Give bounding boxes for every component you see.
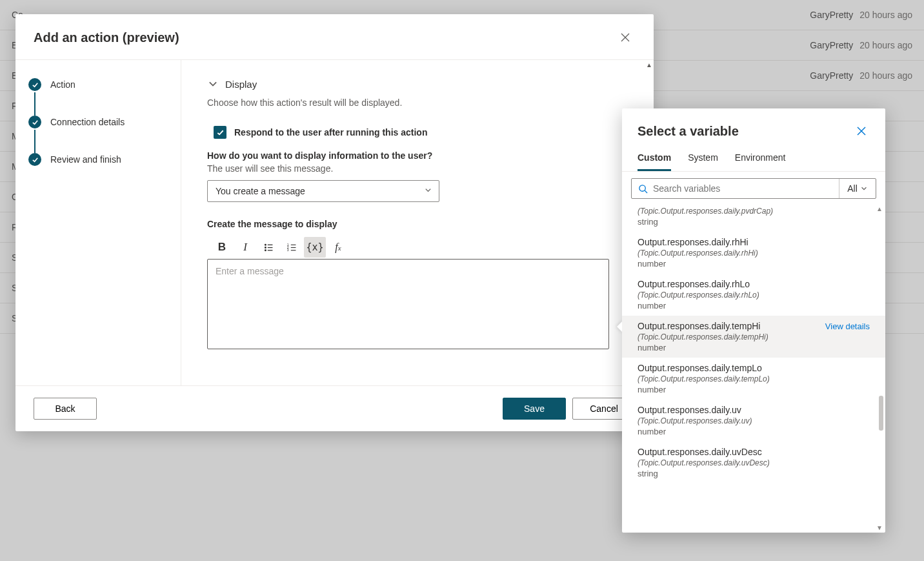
respond-checkbox[interactable]: [214, 126, 226, 139]
variable-tabs: Custom System Environment: [622, 148, 885, 172]
view-details-link[interactable]: View details: [825, 321, 870, 331]
display-mode-select[interactable]: You create a message: [207, 180, 439, 202]
svg-text:3: 3: [286, 248, 288, 252]
step-action[interactable]: Action: [28, 78, 168, 116]
scroll-up-icon[interactable]: ▲: [646, 61, 652, 68]
editor-toolbar: B I 123 {x} fx: [207, 237, 628, 258]
step-label: Connection details: [50, 117, 125, 127]
variable-item[interactable]: Output.responses.daily.uvDesc(Topic.Outp…: [622, 442, 885, 484]
section-toggle-display[interactable]: Display: [207, 78, 628, 90]
section-title: Display: [225, 79, 257, 90]
message-editor[interactable]: Enter a message: [207, 259, 609, 349]
tab-custom[interactable]: Custom: [638, 148, 671, 171]
wizard-steps: Action Connection details Review and fin…: [15, 60, 181, 385]
variable-item[interactable]: Output.responses.daily.tempHiView detail…: [622, 316, 885, 358]
scroll-down-icon[interactable]: ▼: [876, 524, 883, 531]
search-icon: [638, 184, 648, 194]
close-icon[interactable]: [615, 27, 636, 48]
display-question-label: How do you want to display information t…: [207, 150, 628, 161]
variable-path: (Topic.Output.responses.daily.rhHi): [638, 249, 870, 258]
variable-path: (Topic.Output.responses.daily.tempLo): [638, 374, 870, 383]
variable-list[interactable]: ▲ ▼ (Topic.Output.responses.daily.pvdrCa…: [622, 205, 885, 533]
bullet-list-button[interactable]: [257, 237, 279, 258]
chevron-down-icon: [860, 185, 868, 192]
variable-filter-dropdown[interactable]: All: [839, 179, 876, 198]
italic-button[interactable]: I: [234, 237, 256, 258]
scroll-up-icon[interactable]: ▲: [876, 205, 883, 212]
variable-type: string: [638, 217, 870, 227]
section-description: Choose how this action's result will be …: [207, 97, 628, 108]
formula-button[interactable]: fx: [327, 237, 349, 258]
variable-path: (Topic.Output.responses.daily.uvDesc): [638, 458, 870, 467]
variable-type: number: [638, 301, 870, 311]
check-icon: [28, 153, 41, 166]
check-icon: [28, 116, 41, 128]
variable-path: (Topic.Output.responses.daily.tempHi): [638, 332, 870, 342]
variable-item[interactable]: (Topic.Output.responses.daily.pvdrCap)st…: [622, 207, 885, 232]
save-button[interactable]: Save: [503, 398, 566, 420]
variable-search-input[interactable]: [632, 179, 839, 198]
back-button[interactable]: Back: [34, 398, 97, 420]
variable-panel-title: Select a variable: [638, 124, 739, 139]
variable-search-field[interactable]: [653, 183, 832, 194]
svg-point-4: [265, 247, 266, 248]
select-value: You create a message: [216, 186, 305, 196]
variable-name: Output.responses.daily.rhLo: [638, 279, 750, 289]
editor-placeholder: Enter a message: [216, 266, 284, 276]
step-connection-details[interactable]: Connection details: [28, 116, 168, 153]
scrollbar-thumb[interactable]: [879, 396, 883, 431]
respond-checkbox-label: Respond to the user after running this a…: [234, 127, 427, 138]
svg-line-17: [645, 190, 647, 193]
create-message-label: Create the message to display: [207, 219, 628, 229]
variable-name: Output.responses.daily.rhHi: [638, 237, 748, 247]
modal-title: Add an action (preview): [34, 30, 179, 45]
step-review-finish[interactable]: Review and finish: [28, 153, 168, 166]
bold-button[interactable]: B: [211, 237, 233, 258]
filter-label: All: [847, 183, 858, 194]
variable-item[interactable]: Output.responses.daily.rhLo(Topic.Output…: [622, 274, 885, 316]
select-variable-flyout: Select a variable Custom System Environm…: [622, 108, 885, 533]
variable-name: Output.responses.daily.tempLo: [638, 363, 762, 373]
close-icon[interactable]: [853, 123, 870, 139]
svg-point-2: [265, 244, 266, 245]
variable-name: Output.responses.daily.uv: [638, 405, 741, 415]
svg-point-16: [639, 185, 645, 190]
tab-system[interactable]: System: [688, 148, 718, 171]
variable-type: number: [638, 343, 870, 352]
add-action-modal: Add an action (preview) Action Connectio…: [15, 14, 654, 431]
numbered-list-button[interactable]: 123: [281, 237, 303, 258]
variable-item[interactable]: Output.responses.daily.rhHi(Topic.Output…: [622, 232, 885, 274]
step-label: Review and finish: [50, 154, 121, 165]
variable-path: (Topic.Output.responses.daily.uv): [638, 416, 870, 425]
variable-name: Output.responses.daily.tempHi: [638, 321, 760, 331]
tab-environment[interactable]: Environment: [735, 148, 786, 171]
variable-path: (Topic.Output.responses.daily.pvdrCap): [638, 207, 870, 216]
variable-path: (Topic.Output.responses.daily.rhLo): [638, 291, 870, 300]
chevron-down-icon: [424, 186, 432, 196]
variable-type: number: [638, 427, 870, 436]
display-question-sub: The user will see this message.: [207, 163, 628, 174]
variable-type: number: [638, 385, 870, 394]
variable-item[interactable]: Output.responses.daily.tempLo(Topic.Outp…: [622, 358, 885, 400]
variable-item[interactable]: Output.responses.daily.uv(Topic.Output.r…: [622, 400, 885, 442]
svg-point-6: [265, 249, 266, 250]
variable-type: number: [638, 259, 870, 269]
chevron-down-icon: [207, 78, 219, 90]
insert-variable-button[interactable]: {x}: [304, 237, 326, 258]
step-label: Action: [50, 79, 75, 90]
variable-name: Output.responses.daily.uvDesc: [638, 447, 762, 457]
display-section-pane: ▲ Display Choose how this action's resul…: [181, 60, 654, 385]
variable-type: string: [638, 469, 870, 478]
check-icon: [28, 78, 41, 91]
